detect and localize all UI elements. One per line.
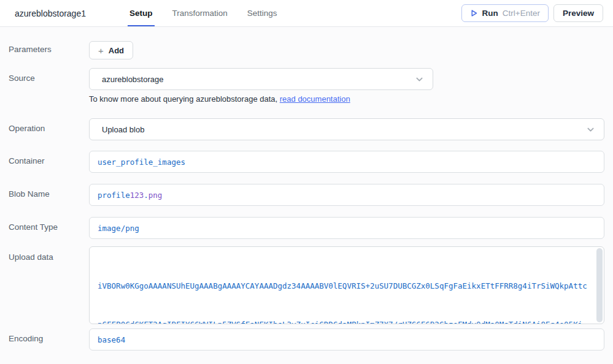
tab-bar: Setup Transformation Settings	[128, 0, 279, 26]
upload-data-line: pGFFPOCdCKFT2AgIBFIYC6WVILp5ZVSfFaNEKIhs…	[98, 318, 589, 324]
upload-data-line: iVBORw0KGgoAAAANSUhEUgAAABgAAAAYCAYAAADg…	[98, 279, 589, 292]
tab-settings[interactable]: Settings	[245, 0, 279, 26]
run-button[interactable]: Run Ctrl+Enter	[461, 4, 549, 22]
chevron-down-icon	[586, 125, 595, 134]
parameters-row: Parameters + Add	[9, 41, 604, 59]
container-label: Container	[9, 151, 89, 173]
blob-name-input[interactable]: profile123.png	[89, 184, 604, 206]
operation-select[interactable]: Upload blob	[89, 118, 604, 140]
operation-select-value: Upload blob	[102, 125, 586, 134]
blob-name-label: Blob Name	[9, 184, 89, 206]
source-label: Source	[9, 68, 89, 104]
operation-label: Operation	[9, 118, 89, 140]
content-type-input[interactable]: image/png	[89, 217, 604, 239]
code-token: png	[148, 191, 163, 200]
query-editor: azureblobstorage1 Setup Transformation S…	[0, 0, 613, 351]
play-icon	[470, 9, 478, 17]
code-token: profile	[98, 191, 130, 200]
blob-name-row: Blob Name profile123.png	[9, 184, 604, 206]
operation-row: Operation Upload blob	[9, 118, 604, 140]
upload-data-editor[interactable]: iVBORw0KGgoAAAANSUhEUgAAABgAAAAYCAYAAADg…	[89, 246, 604, 324]
read-documentation-link[interactable]: read documentation	[280, 94, 350, 104]
preview-button[interactable]: Preview	[553, 4, 603, 22]
vertical-scrollbar[interactable]	[596, 248, 603, 322]
tab-setup[interactable]: Setup	[128, 0, 155, 26]
source-help-text: To know more about querying azureblobsto…	[89, 94, 604, 104]
encoding-row: Encoding base64	[9, 328, 604, 351]
parameters-label: Parameters	[9, 41, 89, 59]
run-label: Run	[482, 9, 498, 18]
plus-icon: +	[98, 46, 104, 55]
add-parameter-button[interactable]: + Add	[89, 41, 133, 59]
tab-transformation[interactable]: Transformation	[171, 0, 229, 26]
header-actions: Run Ctrl+Enter Preview	[461, 4, 603, 22]
query-setup-form: Parameters + Add Source azureblobstorage	[0, 27, 613, 351]
code-token: .	[144, 191, 148, 200]
run-shortcut: Ctrl+Enter	[503, 9, 540, 18]
source-select-value: azureblobstorage	[102, 75, 415, 84]
query-header: azureblobstorage1 Setup Transformation S…	[0, 0, 613, 27]
add-label: Add	[109, 46, 124, 55]
content-type-label: Content Type	[9, 217, 89, 239]
chevron-down-icon	[415, 75, 424, 84]
container-input[interactable]: user_profile_images	[89, 151, 604, 173]
encoding-input[interactable]: base64	[89, 328, 604, 351]
upload-data-row: Upload data iVBORw0KGgoAAAANSUhEUgAAABgA…	[9, 246, 604, 324]
container-row: Container user_profile_images	[9, 151, 604, 173]
query-title: azureblobstorage1	[15, 9, 113, 18]
source-select[interactable]: azureblobstorage	[89, 68, 433, 90]
encoding-label: Encoding	[9, 328, 89, 351]
source-row: Source azureblobstorage To know more abo…	[9, 68, 604, 104]
upload-data-label: Upload data	[9, 246, 89, 324]
source-help-prefix: To know more about querying azureblobsto…	[89, 94, 280, 104]
code-token: 123	[130, 191, 144, 200]
content-type-row: Content Type image/png	[9, 217, 604, 239]
